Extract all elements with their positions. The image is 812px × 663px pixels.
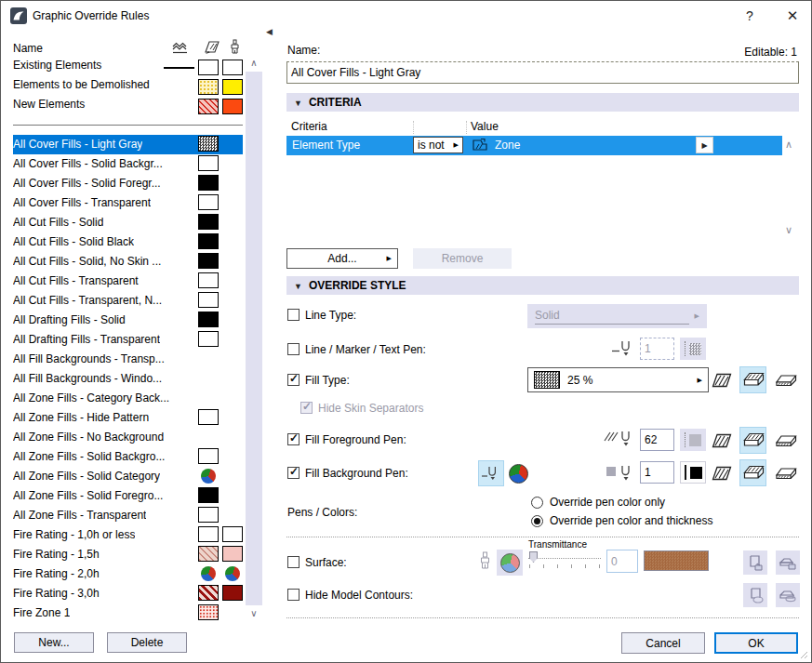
fill-type-value: 25 % (567, 374, 698, 387)
rules-scrollbar[interactable]: ∧ ∨ (246, 57, 262, 620)
bg-pen-number-input[interactable] (640, 461, 674, 484)
rule-item[interactable]: All Drafting Fills - Solid (13, 311, 243, 330)
rule-item[interactable]: All Zone Fills - Solid Category (13, 467, 243, 486)
editable-count: Editable: 1 (744, 46, 797, 59)
ok-button[interactable]: OK (714, 632, 798, 654)
override-pen-color-thickness-label: Override pen color and thickness (550, 514, 712, 527)
rule-name-input[interactable] (286, 61, 799, 84)
bg-pen-color-button[interactable] (680, 461, 706, 484)
bg-pen-mode-button[interactable] (478, 460, 504, 486)
predefined-item[interactable]: Elements to be Demolished (13, 78, 243, 98)
rule-swatch (198, 60, 219, 75)
surface-checkbox[interactable] (287, 556, 300, 568)
scroll-down-icon[interactable]: ∨ (246, 607, 262, 620)
delete-button[interactable]: Delete (107, 632, 187, 653)
rule-item[interactable]: All Zone Fills - Solid Foregro... (13, 486, 243, 506)
line-type-dropdown[interactable]: Solid ▶ (527, 304, 707, 328)
line-pen-number-input[interactable] (640, 338, 674, 360)
rule-item[interactable]: All Fill Backgrounds - Transp... (13, 350, 243, 369)
override-style-section-header[interactable]: ▼OVERRIDE STYLE (286, 276, 799, 295)
rule-item[interactable]: All Zone Fills - No Background (13, 428, 243, 447)
rule-label: All Zone Fills - Hide Pattern (13, 411, 149, 424)
transmittance-input[interactable] (606, 550, 638, 573)
rule-item[interactable]: All Cut Fills - Transparent, N... (13, 291, 243, 311)
predefined-item[interactable]: New Elements (13, 98, 243, 117)
surface-preview-swatch[interactable] (644, 550, 709, 571)
rule-item[interactable]: All Zone Fills - Category Back... (13, 389, 243, 408)
fill-foreground-pen-checkbox[interactable] (287, 433, 300, 445)
scroll-up-icon[interactable]: ∧ (246, 57, 262, 70)
fill-background-pen-checkbox[interactable] (287, 467, 300, 479)
rule-item[interactable]: All Zone Fills - Solid Backgro... (13, 447, 243, 467)
rule-item[interactable]: All Zone Fills - Hide Pattern (13, 408, 243, 428)
rule-item[interactable]: All Drafting Fills - Transparent (13, 330, 243, 350)
fg-drafting-toggle[interactable] (774, 430, 798, 452)
value-picker-button[interactable]: ▶ (696, 137, 713, 153)
close-icon[interactable]: ✕ (780, 5, 805, 27)
line-marker-text-pen-checkbox[interactable] (287, 343, 300, 355)
bg-cover-toggle[interactable] (739, 459, 766, 486)
add-arrow-icon: ▶ (387, 255, 392, 262)
line-type-checkbox[interactable] (287, 309, 300, 321)
rule-item[interactable]: All Fill Backgrounds - Windo... (13, 369, 243, 389)
rule-item[interactable]: All Cover Fills - Transparent (13, 193, 243, 213)
rule-item[interactable]: Fire Rating - 2,0h (13, 564, 243, 584)
fg-cover-toggle[interactable] (739, 427, 766, 454)
rule-label: All Zone Fills - Solid Foregro... (13, 489, 163, 502)
contours-flat-button[interactable] (776, 583, 800, 607)
rule-swatch (198, 526, 219, 542)
column-separator (466, 121, 467, 134)
rule-item[interactable]: All Zone Fills - Transparent (13, 506, 243, 525)
rule-item[interactable]: All Cover Fills - Light Gray (13, 135, 243, 154)
criteria-scroll-down-icon[interactable]: ∨ (785, 224, 792, 236)
surface-all-faces-button[interactable] (743, 550, 767, 575)
transmittance-slider-track[interactable] (528, 558, 601, 559)
bg-color-mode-button[interactable] (508, 463, 528, 484)
fill-type-cover-toggle[interactable] (739, 366, 766, 393)
bg-cut-toggle[interactable] (711, 462, 733, 484)
fill-type-dropdown[interactable]: 25 % ▶ (527, 367, 709, 392)
rule-swatch (198, 194, 219, 210)
resize-grip[interactable] (800, 651, 808, 659)
rule-label: All Cover Fills - Transparent (13, 196, 151, 209)
rule-item[interactable]: All Cover Fills - Solid Backgr... (13, 154, 243, 174)
rule-item[interactable]: Fire Rating - 1,5h (13, 545, 243, 564)
fg-cut-toggle[interactable] (711, 430, 733, 452)
fg-pen-color-button[interactable] (680, 429, 706, 451)
hide-skin-separators-checkbox[interactable] (300, 402, 313, 414)
hide-model-contours-checkbox[interactable] (287, 589, 300, 601)
cancel-button[interactable]: Cancel (621, 632, 705, 654)
rule-item[interactable]: All Cut Fills - Transparent (13, 272, 243, 291)
add-criteria-button[interactable]: Add... ▶ (286, 248, 398, 269)
new-button[interactable]: New... (14, 632, 94, 653)
rule-label: All Cut Fills - Solid, No Skin ... (13, 255, 161, 268)
rule-item[interactable]: Fire Rating - 3,0h (13, 584, 243, 603)
override-pen-color-only-radio[interactable] (531, 497, 543, 509)
fg-pen-number-input[interactable] (640, 429, 674, 451)
rule-item[interactable]: All Cut Fills - Solid (13, 213, 243, 232)
criteria-section-header[interactable]: ▼CRITERIA (286, 93, 799, 112)
rule-item[interactable]: All Cut Fills - Solid, No Skin ... (13, 252, 243, 272)
contours-3d-button[interactable] (743, 583, 767, 607)
transmittance-slider-handle[interactable] (529, 551, 538, 563)
help-button[interactable]: ? (739, 5, 761, 27)
line-pen-color-button[interactable] (680, 338, 706, 360)
fill-type-cut-toggle[interactable] (711, 369, 733, 391)
rule-item[interactable]: Fire Rating - 1,0h or less (13, 525, 243, 545)
rule-item[interactable]: Fire Zone 1 (13, 603, 243, 623)
collapse-panel-icon[interactable]: ◀ (266, 27, 273, 36)
override-pen-color-thickness-radio[interactable] (531, 515, 543, 527)
criteria-scroll-up-icon[interactable]: ∧ (785, 139, 792, 151)
predefined-item[interactable]: Existing Elements (13, 59, 243, 78)
fill-type-checkbox[interactable] (287, 374, 300, 386)
remove-criteria-button[interactable]: Remove (413, 248, 512, 269)
rule-item[interactable]: All Cover Fills - Solid Foregr... (13, 174, 243, 193)
surface-color-button[interactable] (497, 550, 523, 576)
criteria-row[interactable]: Element Type is not ▶ Zone ▶ (286, 136, 782, 155)
operator-dropdown[interactable]: is not ▶ (413, 137, 463, 153)
bg-drafting-toggle[interactable] (774, 462, 798, 484)
scroll-track[interactable] (246, 72, 262, 605)
fill-type-drafting-toggle[interactable] (774, 369, 798, 391)
surface-painted-faces-button[interactable] (776, 550, 800, 575)
rule-item[interactable]: All Cut Fills - Solid Black (13, 232, 243, 252)
